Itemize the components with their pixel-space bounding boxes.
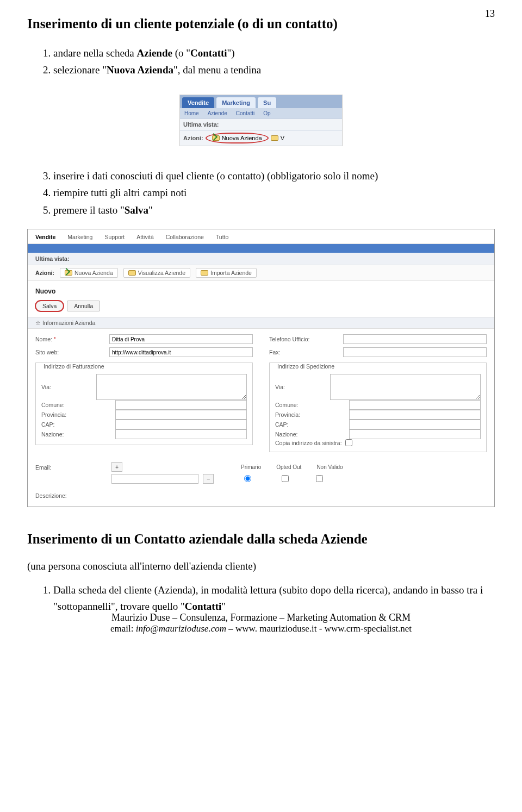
step-5: premere il tasto "Salva" <box>53 202 495 218</box>
tab-marketing[interactable]: Marketing <box>67 234 92 240</box>
screenshot-menu: Vendite Marketing Su Home Aziende Contat… <box>179 95 343 146</box>
salva-button[interactable]: Salva <box>35 301 64 311</box>
steps-list-2: Dalla scheda del cliente (Azienda), in m… <box>53 582 495 614</box>
sito-label: Sito web: <box>35 349 106 355</box>
fax-input[interactable] <box>343 347 487 357</box>
heading-2: Inserimento di un Contatto aziendale dal… <box>27 532 495 547</box>
tab-collaborazione[interactable]: Collaborazione <box>166 234 204 240</box>
optedout-label: Opted Out <box>276 464 301 470</box>
comune-sped-input[interactable] <box>349 400 481 410</box>
steps-list-1b: inserire i dati conosciuti di quel clien… <box>53 168 495 218</box>
step-4: riempire tutti gli altri campi noti <box>53 185 495 201</box>
nome-label: Nome: * <box>35 336 106 342</box>
primario-label: Primario <box>241 464 261 470</box>
email-label: Email: <box>35 462 106 471</box>
tab-support[interactable]: Support <box>104 234 125 240</box>
fax-label: Fax: <box>269 349 340 355</box>
telefono-input[interactable] <box>343 334 487 344</box>
nuova-azienda-highlighted[interactable]: Nuova Azienda <box>206 133 269 143</box>
tab-vendite[interactable]: Vendite <box>182 97 214 108</box>
section-info-azienda: ☆ Informazioni Azienda <box>28 317 494 329</box>
page-footer: Maurizio Duse – Consulenza, Formazione –… <box>0 612 522 634</box>
cap-sped-input[interactable] <box>349 420 481 429</box>
step-2: selezionare "Nuova Azienda", dal menu a … <box>53 62 495 78</box>
annulla-button[interactable]: Annulla <box>67 301 100 311</box>
screenshot-form: Vendite Marketing Support Attività Colla… <box>27 229 495 507</box>
ultima-vista: Ultima vista: <box>35 255 69 262</box>
nome-input[interactable] <box>109 334 253 344</box>
copia-checkbox[interactable] <box>345 439 352 446</box>
via-input[interactable] <box>96 374 247 400</box>
tab-marketing[interactable]: Marketing <box>216 97 256 108</box>
footer-line1: Maurizio Duse – Consulenza, Formazione –… <box>0 612 522 623</box>
comune-label: Comune: <box>41 402 112 408</box>
tab-tutto[interactable]: Tutto <box>216 234 229 240</box>
subtab-op[interactable]: Op <box>259 108 275 118</box>
optedout-checkbox[interactable] <box>282 475 289 482</box>
ultima-vista-label: Ultima vista: <box>183 121 219 128</box>
plus-button[interactable]: + <box>111 462 122 472</box>
comune-input[interactable] <box>115 400 247 410</box>
tab-attivita[interactable]: Attività <box>136 234 154 240</box>
chip-importa[interactable]: Importa Aziende <box>196 268 257 278</box>
minus-button[interactable]: − <box>203 474 214 484</box>
step-1: andare nella scheda Aziende (o "Contatti… <box>53 45 495 61</box>
step2-1: Dalla scheda del cliente (Azienda), in m… <box>53 582 495 614</box>
nazione-input[interactable] <box>115 429 247 439</box>
azioni-label: Azioni: <box>183 135 203 141</box>
folder-icon <box>128 270 136 276</box>
fs-fatturazione: Indirizzo di Fatturazione <box>41 363 106 370</box>
folder-new-icon <box>65 270 72 276</box>
main-tabs: Vendite Marketing Support Attività Colla… <box>28 229 494 244</box>
step-3: inserire i dati conosciuti di quel clien… <box>53 168 495 184</box>
cap-sped-label: CAP: <box>275 421 346 428</box>
tab-vendite[interactable]: Vendite <box>35 234 55 240</box>
footer-line2: email: info@maurizioduse.com – www. maur… <box>0 623 522 634</box>
subtab-home[interactable]: Home <box>180 108 203 118</box>
nonvalido-label: Non Valido <box>316 464 343 470</box>
tab-su[interactable]: Su <box>258 97 276 108</box>
provincia-label: Provincia: <box>41 411 112 418</box>
provincia-sped-input[interactable] <box>349 410 481 420</box>
provincia-input[interactable] <box>115 410 247 420</box>
heading-1: Inserimento di un cliente potenziale (o … <box>27 16 495 32</box>
via-sped-label: Via: <box>275 384 327 390</box>
sito-input[interactable] <box>109 347 253 357</box>
via-label: Via: <box>41 384 93 390</box>
heading-2-subtitle: (una persona conosciuta all'interno dell… <box>27 560 495 572</box>
folder-icon <box>271 135 278 141</box>
telefono-label: Telefono Ufficio: <box>269 336 340 342</box>
email-input[interactable] <box>111 474 198 484</box>
chip-nuova-azienda[interactable]: Nuova Azienda <box>60 268 118 278</box>
blue-bar <box>28 244 494 253</box>
page-number: 13 <box>485 8 495 20</box>
steps-list-1: andare nella scheda Aziende (o "Contatti… <box>53 45 495 78</box>
folder-new-icon <box>212 135 220 141</box>
nazione-label: Nazione: <box>41 431 112 438</box>
nuovo-title: Nuovo <box>28 281 494 297</box>
nonvalido-checkbox[interactable] <box>316 475 323 482</box>
cap-input[interactable] <box>115 420 247 429</box>
import-icon <box>201 270 208 276</box>
nazione-sped-label: Nazione: <box>275 431 346 438</box>
primario-radio[interactable] <box>244 475 251 482</box>
comune-sped-label: Comune: <box>275 402 346 408</box>
azioni: Azioni: <box>35 270 54 276</box>
cap-label: CAP: <box>41 421 112 428</box>
nazione-sped-input[interactable] <box>349 429 481 439</box>
via-sped-input[interactable] <box>330 374 481 400</box>
subtab-aziende[interactable]: Aziende <box>203 108 232 118</box>
chip-visualizza[interactable]: Visualizza Aziende <box>123 268 190 278</box>
fs-spedizione: Indirizzo di Spedizione <box>275 363 337 370</box>
subtab-contatti[interactable]: Contatti <box>232 108 259 118</box>
descrizione-label: Descrizione: <box>35 492 106 499</box>
nuova-azienda-label: Nuova Azienda <box>222 135 262 141</box>
provincia-sped-label: Provincia: <box>275 411 346 418</box>
copia-label: Copia indirizzo da sinistra: <box>275 440 342 446</box>
v-label: V <box>281 135 284 141</box>
